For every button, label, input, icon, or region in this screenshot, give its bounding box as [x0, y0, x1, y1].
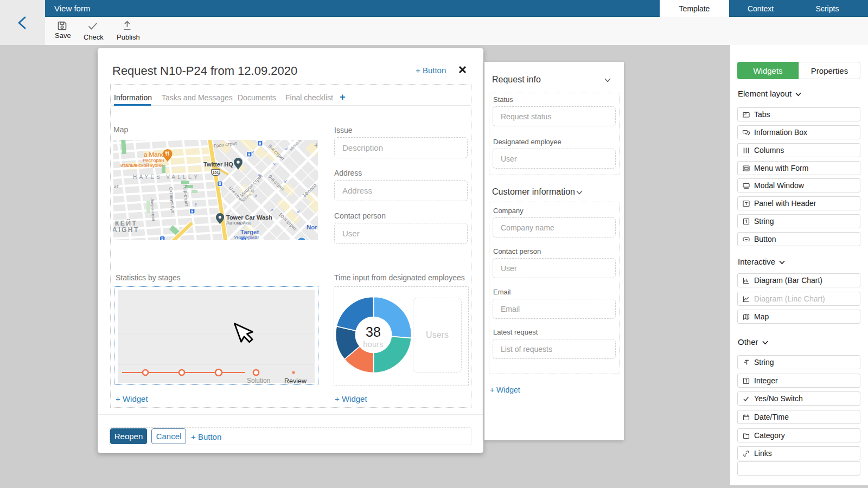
svg-text:AIGHT: AIGHT [113, 226, 139, 234]
svg-text:Nor: Nor [307, 224, 317, 230]
svg-text:Универмаг: Универмаг [234, 234, 259, 240]
svg-text:Twitter HQ: Twitter HQ [203, 161, 233, 168]
svg-text:Solution: Solution [247, 377, 270, 384]
svg-text:Автомойка: Автомойка [226, 220, 251, 226]
svg-text:Review: Review [284, 377, 307, 385]
svg-text:ит: ит [114, 184, 119, 189]
svg-text:Tower Car Wash: Tower Car Wash [226, 214, 272, 221]
svg-text:итальянской кухни: итальянской кухни [120, 163, 163, 168]
svg-text:HAYES VALLEY: HAYES VALLEY [133, 174, 200, 180]
svg-text:a Mano: a Mano [144, 151, 164, 158]
svg-text:101: 101 [213, 171, 219, 175]
